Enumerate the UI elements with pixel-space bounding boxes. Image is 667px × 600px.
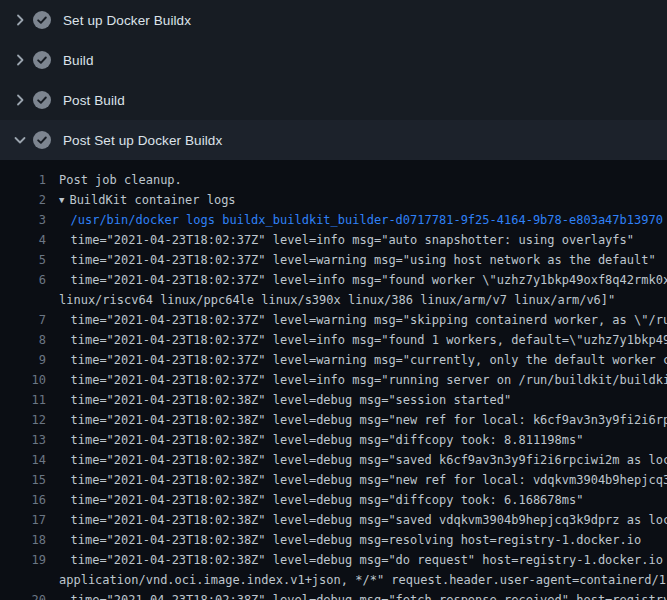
log-text: time="2021-04-23T18:02:38Z" level=debug … xyxy=(46,430,583,450)
log-group-toggle[interactable]: 2 ▼BuildKit container logs xyxy=(0,190,667,210)
log-line: 15 time="2021-04-23T18:02:38Z" level=deb… xyxy=(0,470,667,490)
line-number[interactable]: 5 xyxy=(0,250,46,270)
log-line: 20 time="2021-04-23T18:02:38Z" level=deb… xyxy=(0,590,667,600)
line-number[interactable]: 15 xyxy=(0,470,46,490)
log-text: time="2021-04-23T18:02:38Z" level=debug … xyxy=(46,470,667,490)
chevron-icon xyxy=(12,12,28,28)
log-line: 5 time="2021-04-23T18:02:37Z" level=warn… xyxy=(0,250,667,270)
log-text: application/vnd.oci.image.index.v1+json,… xyxy=(46,570,667,590)
log-text: linux/riscv64 linux/ppc64le linux/s390x … xyxy=(46,290,615,310)
group-collapse-triangle-icon[interactable]: ▼ xyxy=(59,190,64,210)
log-text: time="2021-04-23T18:02:38Z" level=debug … xyxy=(46,410,667,430)
line-number[interactable]: 19 xyxy=(0,550,46,570)
step-header-set-up-docker-buildx[interactable]: Set up Docker Buildx xyxy=(0,0,667,40)
check-circle-icon xyxy=(33,51,51,69)
log-line: 14 time="2021-04-23T18:02:38Z" level=deb… xyxy=(0,450,667,470)
log-line: 9 time="2021-04-23T18:02:37Z" level=warn… xyxy=(0,350,667,370)
log-line: 4 time="2021-04-23T18:02:37Z" level=info… xyxy=(0,230,667,250)
line-number[interactable] xyxy=(0,570,46,590)
log-text: time="2021-04-23T18:02:37Z" level=warnin… xyxy=(46,310,667,330)
line-number[interactable]: 10 xyxy=(0,370,46,390)
log-line: 17 time="2021-04-23T18:02:38Z" level=deb… xyxy=(0,510,667,530)
log-line: linux/riscv64 linux/ppc64le linux/s390x … xyxy=(0,290,667,310)
line-number[interactable]: 13 xyxy=(0,430,46,450)
step-label: Set up Docker Buildx xyxy=(63,13,191,28)
step-header-post-set-up-docker-buildx[interactable]: Post Set up Docker Buildx xyxy=(0,120,667,160)
log-text: time="2021-04-23T18:02:37Z" level=info m… xyxy=(46,370,667,390)
line-number[interactable]: 12 xyxy=(0,410,46,430)
log-line: 18 time="2021-04-23T18:02:38Z" level=deb… xyxy=(0,530,667,550)
log-line: 12 time="2021-04-23T18:02:38Z" level=deb… xyxy=(0,410,667,430)
log-line: 11 time="2021-04-23T18:02:38Z" level=deb… xyxy=(0,390,667,410)
line-number[interactable] xyxy=(0,290,46,310)
line-number[interactable]: 8 xyxy=(0,330,46,350)
log-text: time="2021-04-23T18:02:38Z" level=debug … xyxy=(46,450,667,470)
workflow-log-viewer: Set up Docker Buildx Build P xyxy=(0,0,667,600)
log-text: time="2021-04-23T18:02:37Z" level=info m… xyxy=(46,270,667,290)
log-text: Post job cleanup. xyxy=(46,170,182,190)
step-header-build[interactable]: Build xyxy=(0,40,667,80)
line-number[interactable]: 4 xyxy=(0,230,46,250)
chevron-icon xyxy=(12,132,28,148)
line-number[interactable]: 1 xyxy=(0,170,46,190)
line-number[interactable]: 18 xyxy=(0,530,46,550)
log-text: time="2021-04-23T18:02:38Z" level=debug … xyxy=(46,550,667,570)
log-line: 19 time="2021-04-23T18:02:38Z" level=deb… xyxy=(0,550,667,570)
line-number[interactable]: 17 xyxy=(0,510,46,530)
log-line: 3 /usr/bin/docker logs buildx_buildkit_b… xyxy=(0,210,667,230)
check-circle-icon xyxy=(33,91,51,109)
line-number[interactable]: 6 xyxy=(0,270,46,290)
line-number[interactable]: 14 xyxy=(0,450,46,470)
log-line: 8 time="2021-04-23T18:02:37Z" level=info… xyxy=(0,330,667,350)
check-circle-icon xyxy=(33,11,51,29)
step-label: Build xyxy=(63,53,94,68)
log-text: time="2021-04-23T18:02:38Z" level=debug … xyxy=(46,590,667,600)
step-header-post-build[interactable]: Post Build xyxy=(0,80,667,120)
log-line: 7 time="2021-04-23T18:02:37Z" level=warn… xyxy=(0,310,667,330)
line-number[interactable]: 7 xyxy=(0,310,46,330)
line-number[interactable]: 9 xyxy=(0,350,46,370)
line-number[interactable]: 20 xyxy=(0,590,46,600)
chevron-icon xyxy=(12,52,28,68)
log-text: time="2021-04-23T18:02:37Z" level=info m… xyxy=(46,330,667,350)
log-text: ▼BuildKit container logs xyxy=(46,190,236,210)
line-number[interactable]: 2 xyxy=(0,190,46,210)
log-line: 6 time="2021-04-23T18:02:37Z" level=info… xyxy=(0,270,667,290)
steps-list: Set up Docker Buildx Build P xyxy=(0,0,667,160)
log-panel: 1 Post job cleanup. 2 ▼BuildKit containe… xyxy=(0,160,667,600)
command-link[interactable]: /usr/bin/docker logs buildx_buildkit_bui… xyxy=(46,210,663,230)
log-line: 16 time="2021-04-23T18:02:38Z" level=deb… xyxy=(0,490,667,510)
line-number[interactable]: 11 xyxy=(0,390,46,410)
log-line: 13 time="2021-04-23T18:02:38Z" level=deb… xyxy=(0,430,667,450)
log-line: application/vnd.oci.image.index.v1+json,… xyxy=(0,570,667,590)
log-text: time="2021-04-23T18:02:37Z" level=warnin… xyxy=(46,350,667,370)
log-text: time="2021-04-23T18:02:38Z" level=debug … xyxy=(46,490,583,510)
line-number[interactable]: 16 xyxy=(0,490,46,510)
log-text: time="2021-04-23T18:02:38Z" level=debug … xyxy=(46,530,641,550)
line-number[interactable]: 3 xyxy=(0,210,46,230)
log-text: time="2021-04-23T18:02:37Z" level=info m… xyxy=(46,230,634,250)
step-label: Post Build xyxy=(63,93,125,108)
log-text: time="2021-04-23T18:02:38Z" level=debug … xyxy=(46,390,511,410)
log-line: 1 Post job cleanup. xyxy=(0,170,667,190)
log-line: 10 time="2021-04-23T18:02:37Z" level=inf… xyxy=(0,370,667,390)
check-circle-icon xyxy=(33,131,51,149)
chevron-icon xyxy=(12,92,28,108)
log-text: time="2021-04-23T18:02:37Z" level=warnin… xyxy=(46,250,656,270)
log-text: time="2021-04-23T18:02:38Z" level=debug … xyxy=(46,510,667,530)
step-label: Post Set up Docker Buildx xyxy=(63,133,222,148)
group-label: BuildKit container logs xyxy=(69,193,235,207)
